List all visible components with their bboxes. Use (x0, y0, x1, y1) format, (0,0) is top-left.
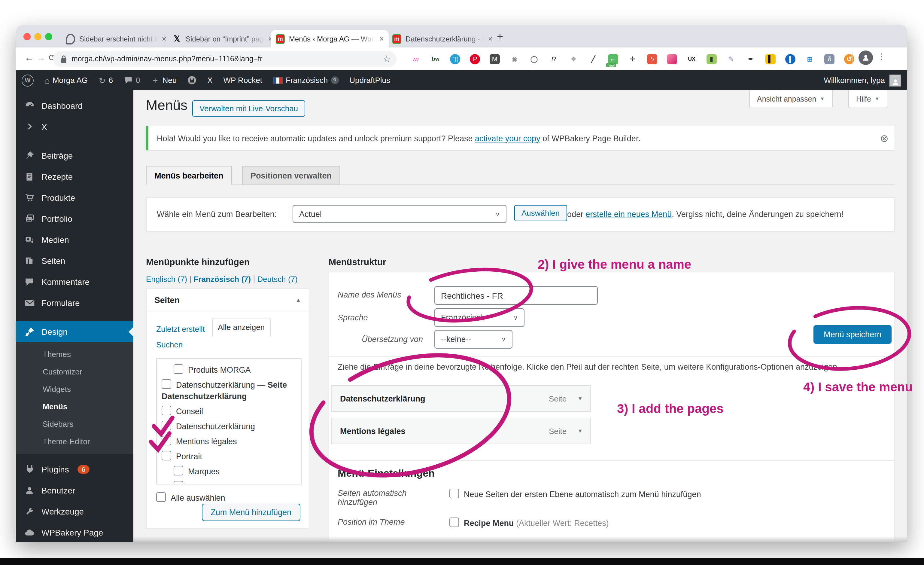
crop-icon[interactable]: ⊞ (802, 52, 818, 66)
sidebar-item-medien[interactable]: Medien (16, 229, 134, 250)
sidebar-item-beitraege[interactable]: Beiträge (16, 145, 134, 166)
checkbox[interactable] (162, 436, 171, 445)
ring-icon[interactable]: ◯ (526, 52, 542, 66)
close-icon[interactable]: × (380, 34, 384, 43)
eyedropper-icon[interactable]: ╱ (585, 52, 601, 66)
sidebar-item-themes[interactable]: Themes (16, 346, 134, 363)
collapse-icon[interactable]: ▲ (296, 297, 301, 303)
page-checkbox-row[interactable]: Marques (157, 464, 301, 479)
comments-menu[interactable]: 0 (118, 70, 146, 90)
close-icon[interactable]: × (488, 34, 493, 43)
checkbox[interactable] (449, 489, 459, 498)
activate-copy-link[interactable]: activate your copy (475, 134, 540, 143)
stripes-icon[interactable]: ∥ (782, 52, 798, 66)
minimize-window-button[interactable] (34, 33, 42, 40)
sidebar-item-theme-editor[interactable]: Theme-Editor (16, 433, 134, 450)
diamond-icon[interactable]: ❖ (566, 52, 581, 66)
close-icon[interactable]: × (162, 34, 166, 43)
auto-add-option[interactable]: Neue Seiten der ersten Ebene automatisch… (449, 489, 701, 499)
sidebar-item-menus[interactable]: Menüs (16, 398, 134, 415)
tab-search[interactable]: Suchen (156, 340, 183, 349)
orange-swirl-icon[interactable]: ↺ (842, 52, 857, 66)
sidebar-item-dashboard[interactable]: Dashboard (16, 95, 134, 116)
new-tab-button[interactable]: + (497, 31, 503, 43)
forward-icon[interactable]: → (37, 52, 46, 63)
sidebar-item-wpbakery[interactable]: WPBakery Page (16, 522, 134, 542)
gradient-icon[interactable] (664, 52, 680, 66)
expand-item-icon[interactable]: ▼ (578, 395, 583, 401)
tab-edit-menus[interactable]: Menüs bearbeiten (146, 166, 232, 185)
medium-icon[interactable]: M (487, 52, 502, 66)
theme-position-option[interactable]: Recipe Menu (Aktueller Wert: Recettes) (449, 517, 609, 528)
account-menu[interactable]: Willkommen, lypa (824, 74, 907, 86)
delta-icon[interactable]: δ (822, 52, 837, 66)
browser-tab-active[interactable]: m Menüs ‹ Morga AG — WordPre × (271, 30, 389, 48)
create-new-menu-link[interactable]: erstelle ein neues Menü (586, 210, 672, 219)
checkbox[interactable] (174, 364, 183, 374)
bank-icon[interactable]: ◫ (448, 52, 463, 66)
bw-icon[interactable]: bw (428, 52, 443, 66)
checkbox[interactable] (156, 492, 166, 502)
menu-select-dropdown[interactable]: Actuel ∨ (292, 205, 507, 223)
sidebar-item-customizer[interactable]: Customizer (16, 363, 134, 380)
translation-dropdown[interactable]: --keine-- ∨ (434, 330, 513, 349)
tab-manage-positions[interactable]: Positionen verwalten (242, 166, 340, 185)
sidebar-item-plugins[interactable]: Plugins 6 (16, 458, 134, 479)
sidebar-item-kommentare[interactable]: Kommentare (16, 271, 134, 292)
updates-menu[interactable]: ↻ 6 (93, 70, 118, 90)
maximize-window-button[interactable] (45, 33, 52, 40)
menu-item-datenschutz[interactable]: Datenschutzerklärung Seite ▼ (331, 385, 591, 412)
sidebar-item-seiten[interactable]: Seiten (16, 250, 134, 271)
menu-name-input[interactable] (434, 286, 598, 305)
lang-link-french[interactable]: Französisch (7) (194, 275, 251, 284)
wp-logo-menu[interactable]: W (16, 70, 39, 90)
sidebar-item-sidebars[interactable]: Sidebars (16, 415, 134, 433)
browser-tab-4[interactable]: m Datenschutzerklärung - Morga × (387, 30, 498, 48)
live-preview-button[interactable]: Verwalten mit Live-Vorschau (192, 101, 305, 117)
fonts-icon[interactable]: f? (546, 52, 562, 66)
site-name-menu[interactable]: ⌂ Morga AG (39, 70, 93, 90)
lang-link-english[interactable]: Englisch (7) (146, 275, 187, 284)
ux-icon[interactable]: UX (684, 52, 700, 66)
page-checkbox-row-datenschutz[interactable]: Datenschutzerklärung (157, 419, 301, 434)
checkbox[interactable] (162, 379, 171, 389)
page-checkbox-row[interactable]: Datenschutzerklärung — Seite Datenschutz… (157, 377, 301, 404)
select-all-row[interactable]: Alle auswählen (156, 492, 225, 502)
door-green-icon[interactable]: ▮ (704, 52, 719, 66)
sidebar-item-design[interactable]: Design (16, 321, 134, 342)
sidebar-item-benutzer[interactable]: Benutzer (16, 479, 134, 501)
new-content-menu[interactable]: ＋ Neu (146, 70, 182, 90)
checkbox[interactable] (174, 466, 183, 475)
bookmark-star-icon[interactable]: ☆ (383, 54, 390, 64)
m-script-icon[interactable]: m (408, 52, 424, 66)
sidebar-item-widgets[interactable]: Widgets (16, 380, 134, 398)
sidebar-item-x[interactable]: X (16, 116, 134, 137)
swirl-icon[interactable]: ◉ (507, 52, 522, 66)
close-window-button[interactable] (23, 33, 31, 40)
lightning-icon[interactable]: ϟ (645, 52, 660, 66)
x-plugin-menu[interactable]: X (202, 70, 218, 90)
pinterest-icon[interactable]: P (467, 52, 483, 66)
tab-most-recent[interactable]: Zuletzt erstellt (156, 325, 205, 334)
page-checkbox-row[interactable]: Produits MORGA (157, 362, 301, 377)
save-menu-button[interactable]: Menü speichern (813, 325, 891, 344)
dismiss-notice-icon[interactable]: ⊗ (880, 132, 889, 144)
browser-tab-2[interactable]: 𝕏 Sidebar on “Imprint” page is m × (168, 30, 278, 48)
feather-icon[interactable]: ✎ (723, 52, 739, 66)
browser-menu-icon[interactable]: ⋮ (877, 52, 885, 61)
pages-panel-header[interactable]: Seiten ▲ (147, 289, 309, 311)
checkbox[interactable] (162, 421, 171, 430)
browser-profile-avatar[interactable] (858, 51, 873, 65)
help-tab[interactable]: Hilfe ▼ (848, 90, 887, 108)
select-menu-button[interactable]: Auswählen (514, 205, 567, 221)
sidebar-item-portfolio[interactable]: Portfolio (16, 208, 134, 229)
sidebar-item-werkzeuge[interactable]: Werkzeuge (16, 501, 134, 522)
menu-item-mentions[interactable]: Mentions légales Seite ▼ (331, 418, 591, 444)
browser-tab-1[interactable]: Sidebar erscheint nicht in allen × (61, 30, 171, 48)
screen-options-tab[interactable]: Ansicht anpassen ▼ (749, 90, 832, 108)
checkbox[interactable] (162, 406, 171, 415)
add-to-menu-button[interactable]: Zum Menü hinzufügen (201, 504, 300, 521)
wp-rocket-menu[interactable]: WP Rocket (218, 70, 268, 90)
language-dropdown[interactable]: Französisch ∨ (434, 308, 525, 327)
lang-link-german[interactable]: Deutsch (7) (257, 275, 297, 284)
